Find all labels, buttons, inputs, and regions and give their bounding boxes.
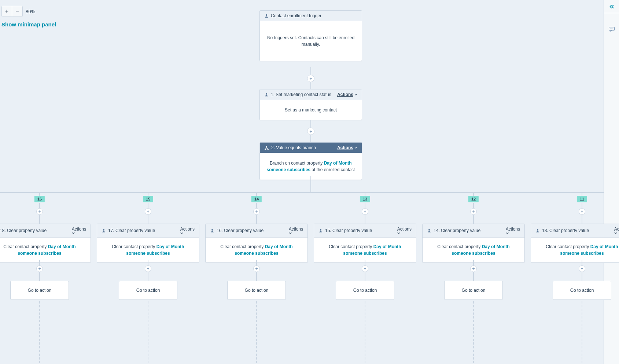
add-step-button[interactable]: + — [36, 265, 43, 272]
node-title: 18. Clear property value — [0, 228, 70, 233]
goto-action-node[interactable]: Go to action — [119, 281, 177, 300]
node-header: 17. Clear property valueActions — [97, 224, 199, 238]
connector-dashed — [256, 301, 257, 364]
connector — [582, 215, 582, 224]
svg-point-10 — [103, 229, 104, 231]
actions-label: Actions — [397, 227, 412, 232]
body-prefix: Clear contact property — [329, 244, 373, 249]
zoom-in-button[interactable]: + — [2, 6, 12, 16]
actions-label: Actions — [289, 227, 303, 232]
add-step-button[interactable]: + — [307, 128, 314, 135]
goto-action-node[interactable]: Go to action — [10, 281, 69, 300]
step-2-title: 2. Value equals branch — [271, 145, 335, 150]
connector — [256, 215, 257, 224]
actions-label: Actions — [506, 227, 520, 232]
chevron-down-icon — [180, 232, 183, 235]
add-step-button[interactable]: + — [253, 208, 260, 215]
node-header: 14. Clear property valueActions — [423, 224, 524, 238]
connector-dashed — [39, 301, 40, 364]
step-1-actions[interactable]: Actions — [337, 92, 357, 97]
step-1-node[interactable]: 1. Set marketing contact status Actions … — [259, 89, 362, 120]
connector — [582, 272, 582, 281]
add-step-button[interactable]: + — [253, 265, 260, 272]
node-body: Clear contact property Day of Month some… — [314, 238, 416, 262]
branch-label[interactable]: 12 — [468, 196, 479, 202]
workflow-canvas[interactable]: Contact enrollment trigger No triggers s… — [0, 10, 604, 364]
node-header: 13. Clear property valueActions — [531, 224, 619, 238]
connector — [310, 176, 311, 192]
add-step-button[interactable]: + — [579, 265, 585, 272]
actions-label: Actions — [72, 227, 86, 232]
add-step-button[interactable]: + — [362, 208, 368, 215]
node-actions[interactable]: Actions — [614, 227, 619, 235]
goto-action-node[interactable]: Go to action — [227, 281, 286, 300]
clear-property-node[interactable]: 13. Clear property valueActions Clear co… — [531, 224, 619, 263]
branch-icon — [264, 146, 269, 150]
node-title: 17. Clear property value — [108, 228, 178, 233]
node-actions[interactable]: Actions — [506, 227, 520, 235]
node-title: 15. Clear property value — [325, 228, 395, 233]
clear-property-node[interactable]: 16. Clear property valueActions Clear co… — [205, 224, 308, 263]
clear-property-node[interactable]: 18. Clear property valueActions Clear co… — [0, 224, 91, 263]
node-actions[interactable]: Actions — [72, 227, 86, 235]
node-title: 13. Clear property value — [542, 228, 612, 233]
step-2-actions[interactable]: Actions — [337, 145, 357, 150]
connector — [473, 272, 474, 281]
add-step-button[interactable]: + — [145, 208, 151, 215]
svg-point-14 — [537, 229, 538, 231]
node-body: Clear contact property Day of Month some… — [531, 238, 619, 262]
svg-point-13 — [428, 229, 430, 231]
comments-button[interactable] — [608, 26, 615, 32]
trigger-body: No triggers set. Contacts can still be e… — [260, 21, 362, 61]
node-title: 14. Clear property value — [434, 228, 504, 233]
branch-label[interactable]: 13 — [360, 196, 370, 202]
contact-icon — [318, 228, 323, 233]
clear-property-node[interactable]: 15. Clear property valueActions Clear co… — [314, 224, 416, 263]
step-1-title: 1. Set marketing contact status — [271, 92, 335, 97]
body-prefix: Clear contact property — [437, 244, 482, 249]
connector-dashed — [148, 301, 148, 364]
add-step-button[interactable]: + — [579, 208, 585, 215]
chevron-down-icon — [397, 232, 400, 235]
chevron-down-icon — [506, 232, 509, 235]
branch-label[interactable]: 11 — [577, 196, 587, 202]
node-actions[interactable]: Actions — [289, 227, 303, 235]
body-suffix: of the enrolled contact — [310, 167, 355, 172]
show-minimap-link[interactable]: Show minimap panel — [1, 21, 56, 27]
connector — [148, 215, 148, 224]
contact-icon — [210, 228, 214, 233]
right-rail — [604, 0, 619, 364]
node-body: Clear contact property Day of Month some… — [97, 238, 199, 262]
step-1-header: 1. Set marketing contact status Actions — [260, 89, 362, 100]
body-prefix: Clear contact property — [220, 244, 265, 249]
add-step-button[interactable]: + — [36, 208, 43, 215]
goto-action-node[interactable]: Go to action — [336, 281, 394, 300]
goto-action-node[interactable]: Go to action — [444, 281, 503, 300]
goto-action-node[interactable]: Go to action — [553, 281, 611, 300]
branch-label[interactable]: 16 — [34, 196, 45, 202]
zoom-out-button[interactable]: − — [12, 6, 22, 16]
step-2-node[interactable]: 2. Value equals branch Actions Branch on… — [259, 142, 362, 180]
clear-property-node[interactable]: 14. Clear property valueActions Clear co… — [422, 224, 525, 263]
actions-label: Actions — [337, 145, 353, 150]
add-step-button[interactable]: + — [362, 265, 368, 272]
contact-icon — [535, 228, 540, 233]
branch-label[interactable]: 15 — [143, 196, 153, 202]
add-step-button[interactable]: + — [307, 75, 314, 82]
connector-dashed — [582, 301, 582, 364]
svg-point-12 — [320, 229, 321, 231]
panel-collapse-button[interactable] — [604, 0, 619, 13]
node-body: Clear contact property Day of Month some… — [0, 238, 91, 262]
branch-label[interactable]: 14 — [251, 196, 262, 202]
trigger-node[interactable]: Contact enrollment trigger No triggers s… — [259, 10, 362, 61]
add-step-button[interactable]: + — [470, 208, 477, 215]
node-actions[interactable]: Actions — [397, 227, 412, 235]
add-step-button[interactable]: + — [145, 265, 151, 272]
node-actions[interactable]: Actions — [180, 227, 195, 235]
svg-point-4 — [266, 14, 267, 16]
add-step-button[interactable]: + — [470, 265, 477, 272]
connector — [365, 215, 365, 224]
clear-property-node[interactable]: 17. Clear property valueActions Clear co… — [97, 224, 199, 263]
contact-icon — [102, 228, 106, 233]
connector — [473, 215, 474, 224]
